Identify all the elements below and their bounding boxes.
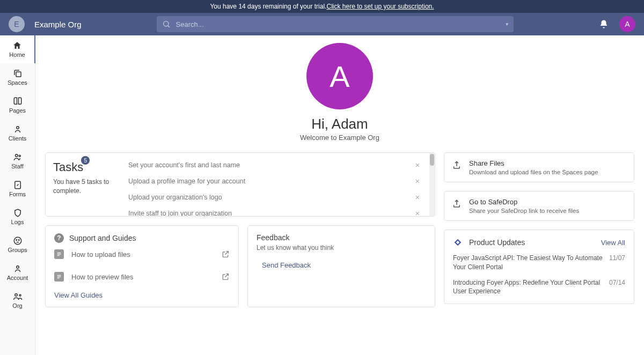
user-avatar[interactable]: A bbox=[619, 16, 635, 32]
guide-label: How to preview files bbox=[71, 273, 134, 281]
svg-point-8 bbox=[16, 240, 17, 241]
svg-point-3 bbox=[16, 127, 19, 129]
feedback-subtitle: Let us know what you think bbox=[257, 244, 426, 252]
safedrop-card[interactable]: Go to SafeDrop Share your SafeDrop link … bbox=[444, 191, 634, 221]
task-item[interactable]: Upload a profile image for your account× bbox=[126, 173, 429, 189]
document-icon bbox=[54, 272, 64, 282]
trial-banner: You have 14 days remaining of your trial… bbox=[0, 0, 644, 13]
sidebar-item-account[interactable]: Account bbox=[0, 258, 35, 286]
account-icon bbox=[13, 264, 23, 273]
sidebar-item-label: Account bbox=[7, 275, 28, 281]
person-icon bbox=[13, 124, 23, 134]
scrollbar-thumb[interactable] bbox=[430, 154, 434, 166]
sidebar-item-label: Forms bbox=[9, 191, 26, 197]
org-name[interactable]: Example Org bbox=[34, 20, 82, 29]
close-icon[interactable]: × bbox=[415, 193, 420, 202]
open-external-icon[interactable] bbox=[221, 250, 230, 258]
sidebar-item-forms[interactable]: Forms bbox=[0, 175, 35, 203]
chevron-down-icon[interactable]: ▼ bbox=[505, 22, 509, 27]
sidebar-item-label: Clients bbox=[9, 135, 27, 142]
tasks-scrollbar[interactable] bbox=[429, 153, 435, 216]
task-item[interactable]: Invite staff to join your organization× bbox=[126, 205, 429, 216]
tasks-title: Tasks bbox=[53, 160, 83, 174]
main-content: A Hi, Adam Welcome to Example Org Tasks … bbox=[35, 35, 644, 355]
support-card: ? Support and Guides How to upload files… bbox=[45, 225, 239, 307]
guide-item[interactable]: How to preview files bbox=[54, 265, 230, 288]
home-icon bbox=[12, 41, 22, 50]
action-title: Share Files bbox=[469, 159, 598, 167]
diamond-icon bbox=[453, 238, 463, 247]
trial-text: You have 14 days remaining of your trial… bbox=[210, 3, 326, 10]
close-icon[interactable]: × bbox=[415, 177, 420, 186]
form-icon bbox=[13, 180, 23, 190]
sidebar-item-spaces[interactable]: Spaces bbox=[0, 63, 35, 91]
view-all-guides-link[interactable]: View All Guides bbox=[54, 291, 230, 299]
feedback-title: Feedback bbox=[257, 233, 426, 242]
sidebar-item-home[interactable]: Home bbox=[0, 35, 35, 63]
svg-point-10 bbox=[16, 266, 19, 269]
svg-point-7 bbox=[14, 237, 21, 245]
search-input-wrap[interactable]: ▼ bbox=[157, 16, 514, 32]
hero-avatar: A bbox=[306, 43, 373, 109]
updates-card: Product Updates View All Foyer JavaScrip… bbox=[444, 230, 634, 304]
tasks-subtitle: You have 5 tasks to complete. bbox=[53, 178, 120, 196]
update-title: Foyer JavaScript API: The Easiest Way To… bbox=[453, 254, 603, 272]
feedback-card: Feedback Let us know what you think Send… bbox=[247, 225, 435, 307]
group-icon bbox=[13, 152, 23, 162]
welcome-text: Welcome to Example Org bbox=[45, 134, 634, 142]
sidebar-item-label: Groups bbox=[8, 247, 27, 253]
sidebar-item-label: Logs bbox=[11, 219, 24, 225]
sidebar-item-groups[interactable]: Groups bbox=[0, 231, 35, 258]
action-subtitle: Share your SafeDrop link to receive file… bbox=[469, 208, 579, 214]
guide-item[interactable]: How to upload files bbox=[54, 243, 230, 265]
sidebar-item-label: Home bbox=[9, 51, 25, 58]
trial-link[interactable]: Click here to set up your subscription. bbox=[326, 3, 434, 10]
update-item[interactable]: Foyer JavaScript API: The Easiest Way To… bbox=[453, 247, 625, 272]
task-item[interactable]: Upload your organization's logo× bbox=[126, 189, 429, 205]
tasks-card: Tasks 5 You have 5 tasks to complete. Se… bbox=[45, 152, 435, 217]
share-icon bbox=[452, 160, 462, 170]
sidebar-item-clients[interactable]: Clients bbox=[0, 119, 35, 147]
copy-icon bbox=[13, 69, 23, 78]
sidebar-item-label: Spaces bbox=[8, 79, 27, 86]
search-input[interactable] bbox=[176, 20, 508, 28]
update-date: 07/14 bbox=[609, 278, 625, 297]
svg-point-0 bbox=[163, 21, 168, 26]
search-icon bbox=[162, 20, 171, 28]
upload-icon bbox=[452, 199, 462, 209]
guide-label: How to upload files bbox=[71, 250, 130, 258]
svg-rect-2 bbox=[16, 72, 21, 77]
task-item[interactable]: Set your account's first and last name× bbox=[126, 157, 429, 173]
support-title: Support and Guides bbox=[69, 234, 136, 242]
svg-point-4 bbox=[15, 154, 18, 157]
svg-line-1 bbox=[168, 26, 170, 27]
shield-icon bbox=[13, 208, 23, 218]
update-date: 11/07 bbox=[609, 254, 625, 272]
close-icon[interactable]: × bbox=[415, 209, 420, 216]
sidebar-item-staff[interactable]: Staff bbox=[0, 147, 35, 175]
svg-point-9 bbox=[18, 240, 19, 241]
share-files-card[interactable]: Share Files Download and upload files on… bbox=[444, 152, 634, 182]
hero: A Hi, Adam Welcome to Example Org bbox=[45, 42, 634, 142]
sidebar-item-pages[interactable]: Pages bbox=[0, 91, 35, 119]
sidebar-item-label: Pages bbox=[9, 107, 26, 114]
close-icon[interactable]: × bbox=[415, 161, 420, 169]
open-external-icon[interactable] bbox=[221, 272, 230, 281]
send-feedback-button[interactable]: Send Feedback bbox=[262, 261, 426, 269]
help-icon: ? bbox=[54, 233, 64, 243]
org-avatar[interactable]: E bbox=[9, 16, 25, 32]
book-icon bbox=[13, 97, 23, 106]
sidebar-item-logs[interactable]: Logs bbox=[0, 203, 35, 231]
sidebar: Home Spaces Pages Clients Staff Forms Lo… bbox=[0, 35, 35, 355]
sidebar-item-label: Org bbox=[12, 302, 22, 309]
view-all-updates-link[interactable]: View All bbox=[601, 239, 625, 247]
tasks-badge: 5 bbox=[81, 156, 90, 165]
bell-icon[interactable] bbox=[599, 19, 609, 29]
sidebar-item-label: Staff bbox=[11, 163, 23, 169]
update-item[interactable]: Introducing Foyer Apps: Redefine Your Cl… bbox=[453, 272, 625, 297]
groups-icon bbox=[13, 236, 23, 246]
tasks-list: Set your account's first and last name× … bbox=[126, 153, 429, 216]
document-icon bbox=[54, 249, 64, 259]
greeting: Hi, Adam bbox=[45, 116, 634, 132]
sidebar-item-org[interactable]: Org bbox=[0, 286, 35, 314]
